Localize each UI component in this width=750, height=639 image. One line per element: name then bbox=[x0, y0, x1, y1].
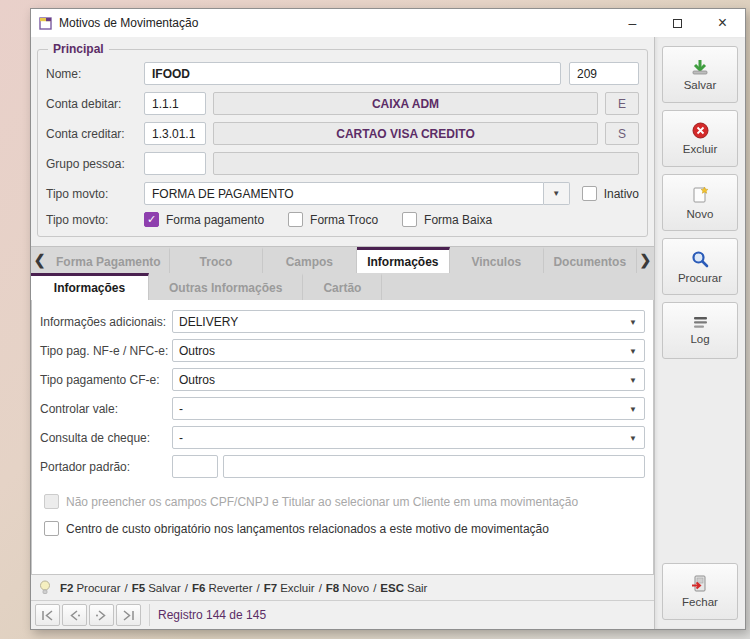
nome-row: Nome: IFOOD 209 bbox=[46, 62, 639, 85]
close-button[interactable]: × bbox=[700, 9, 745, 37]
window-title: Motivos de Movimentação bbox=[59, 16, 198, 30]
tipo-pag-nfe-label: Tipo pag. NF-e / NFC-e: bbox=[40, 344, 172, 358]
procurar-button[interactable]: Procurar bbox=[662, 238, 738, 295]
forma-troco-label: Forma Troco bbox=[310, 213, 378, 227]
nav-first-icon bbox=[41, 610, 54, 621]
forma-baixa-checkbox-box bbox=[402, 212, 417, 227]
log-icon bbox=[692, 316, 709, 329]
panel-checkboxes: Não preencher os campos CPF/CNPJ e Titul… bbox=[40, 494, 645, 536]
tab-documentos[interactable]: Documentos bbox=[544, 247, 637, 273]
hint-key: F6 bbox=[192, 582, 205, 594]
action-sidebar: Salvar Excluir Novo bbox=[654, 37, 745, 629]
forma-pagamento-label: Forma pagamento bbox=[166, 213, 264, 227]
hint-segment: F2Procurar/ bbox=[60, 582, 132, 594]
hint-key: F8 bbox=[326, 582, 339, 594]
maximize-button[interactable] bbox=[655, 9, 700, 37]
tabs-scroll-left-button[interactable]: ❮ bbox=[31, 247, 48, 273]
conta-debitar-code-input[interactable]: 1.1.1 bbox=[144, 92, 206, 115]
forma-pagamento-checkbox-box: ✓ bbox=[144, 212, 159, 227]
tab-troco[interactable]: Troco bbox=[170, 247, 263, 273]
nav-previous-button[interactable] bbox=[62, 604, 87, 626]
nav-next-button[interactable] bbox=[89, 604, 114, 626]
centro-custo-checkbox[interactable]: Centro de custo obrigatório nos lançamen… bbox=[44, 521, 645, 536]
nav-first-button[interactable] bbox=[35, 604, 60, 626]
nav-last-icon bbox=[122, 610, 135, 621]
chevron-down-icon: ▼ bbox=[629, 405, 637, 414]
tipo-pag-nfe-select[interactable]: Outros ▼ bbox=[172, 339, 645, 362]
hint-key: ESC bbox=[380, 582, 404, 594]
tab-informacoes[interactable]: Informações bbox=[357, 247, 450, 273]
subtab-informacoes[interactable]: Informações bbox=[31, 273, 149, 300]
conta-debitar-row: Conta debitar: 1.1.1 CAIXA ADM E bbox=[46, 92, 639, 115]
informacoes-adicionais-label: Informações adicionais: bbox=[40, 315, 172, 329]
hint-action: Procurar bbox=[76, 582, 120, 594]
main-tabstrip: ❮ Forma Pagamento Troco Campos Informaçõ… bbox=[31, 246, 654, 273]
nao-preencher-cpf-checkbox: Não preencher os campos CPF/CNPJ e Titul… bbox=[44, 494, 645, 509]
tabs-scroll-right-button[interactable]: ❯ bbox=[637, 247, 654, 273]
consulta-cheque-label: Consulta de cheque: bbox=[40, 431, 172, 445]
hint-key: F5 bbox=[132, 582, 145, 594]
tipo-movto-value: FORMA DE PAGAMENTO bbox=[152, 187, 294, 201]
tipo-pag-nfe-row: Tipo pag. NF-e / NFC-e: Outros ▼ bbox=[40, 339, 645, 362]
chevron-down-icon: ▼ bbox=[629, 434, 637, 443]
controlar-vale-select[interactable]: - ▼ bbox=[172, 397, 645, 420]
chevron-down-icon: ▼ bbox=[629, 376, 637, 385]
select-value: Outros bbox=[179, 373, 215, 387]
portador-name-input[interactable] bbox=[223, 455, 645, 478]
search-icon bbox=[691, 250, 709, 268]
tab-vinculos[interactable]: Vinculos bbox=[450, 247, 543, 273]
hint-separator: / bbox=[185, 582, 188, 594]
hint-key: F7 bbox=[264, 582, 277, 594]
log-button[interactable]: Log bbox=[662, 302, 738, 359]
novo-button[interactable]: Novo bbox=[662, 174, 738, 231]
informacoes-adicionais-select[interactable]: DELIVERY ▼ bbox=[172, 310, 645, 333]
tipo-movto-dropdown-button[interactable]: ▼ bbox=[544, 182, 570, 205]
excluir-button[interactable]: Excluir bbox=[662, 110, 738, 167]
forma-baixa-checkbox[interactable]: Forma Baixa bbox=[402, 212, 492, 227]
save-icon bbox=[691, 59, 709, 75]
inativo-checkbox[interactable]: Inativo bbox=[582, 186, 639, 201]
conta-creditar-code-input[interactable]: 1.3.01.1 bbox=[144, 122, 206, 145]
controlar-vale-row: Controlar vale: - ▼ bbox=[40, 397, 645, 420]
hint-segment: F8Novo/ bbox=[326, 582, 380, 594]
salvar-button[interactable]: Salvar bbox=[662, 46, 738, 103]
portador-padrao-row: Portador padrão: bbox=[40, 455, 645, 478]
inativo-checkbox-box bbox=[582, 186, 597, 201]
forma-baixa-label: Forma Baixa bbox=[424, 213, 492, 227]
log-label: Log bbox=[690, 333, 709, 345]
maximize-icon bbox=[673, 19, 682, 28]
tipo-movto-checks-label: Tipo movto: bbox=[46, 213, 144, 227]
app-icon bbox=[39, 17, 52, 30]
tab-campos[interactable]: Campos bbox=[263, 247, 356, 273]
subtab-outras-informacoes[interactable]: Outras Informações bbox=[149, 273, 303, 300]
fechar-button[interactable]: Fechar bbox=[662, 563, 738, 620]
groupbox-title: Principal bbox=[48, 42, 109, 56]
consulta-cheque-select[interactable]: - ▼ bbox=[172, 426, 645, 449]
grupo-pessoa-label: Grupo pessoa: bbox=[46, 157, 144, 171]
hint-action: Reverter bbox=[208, 582, 252, 594]
forma-troco-checkbox[interactable]: Forma Troco bbox=[288, 212, 378, 227]
subtab-cartao[interactable]: Cartão bbox=[303, 273, 382, 300]
grupo-pessoa-name-field bbox=[213, 152, 639, 175]
grupo-pessoa-code-input[interactable] bbox=[144, 152, 206, 175]
nome-input[interactable]: IFOOD bbox=[144, 62, 561, 85]
nav-last-button[interactable] bbox=[116, 604, 141, 626]
forma-pagamento-checkbox[interactable]: ✓ Forma pagamento bbox=[144, 212, 264, 227]
minimize-button[interactable]: – bbox=[610, 9, 655, 37]
tab-forma-pagamento[interactable]: Forma Pagamento bbox=[48, 247, 170, 273]
conta-creditar-s-button[interactable]: S bbox=[605, 122, 639, 145]
tipo-movto-combobox[interactable]: FORMA DE PAGAMENTO ▼ bbox=[144, 182, 570, 205]
tipo-pagamento-cfe-row: Tipo pagamento CF-e: Outros ▼ bbox=[40, 368, 645, 391]
grupo-pessoa-row: Grupo pessoa: bbox=[46, 152, 639, 175]
conta-debitar-name-field: CAIXA ADM bbox=[213, 92, 598, 115]
nao-preencher-cpf-checkbox-box bbox=[44, 494, 59, 509]
nome-value: IFOOD bbox=[152, 67, 190, 81]
codigo-input[interactable]: 209 bbox=[569, 62, 639, 85]
centro-custo-checkbox-box bbox=[44, 521, 59, 536]
tipo-pagamento-cfe-select[interactable]: Outros ▼ bbox=[172, 368, 645, 391]
conta-debitar-e-button[interactable]: E bbox=[605, 92, 639, 115]
controlar-vale-label: Controlar vale: bbox=[40, 402, 172, 416]
codigo-value: 209 bbox=[577, 67, 597, 81]
hint-separator: / bbox=[257, 582, 260, 594]
portador-code-input[interactable] bbox=[172, 455, 218, 478]
